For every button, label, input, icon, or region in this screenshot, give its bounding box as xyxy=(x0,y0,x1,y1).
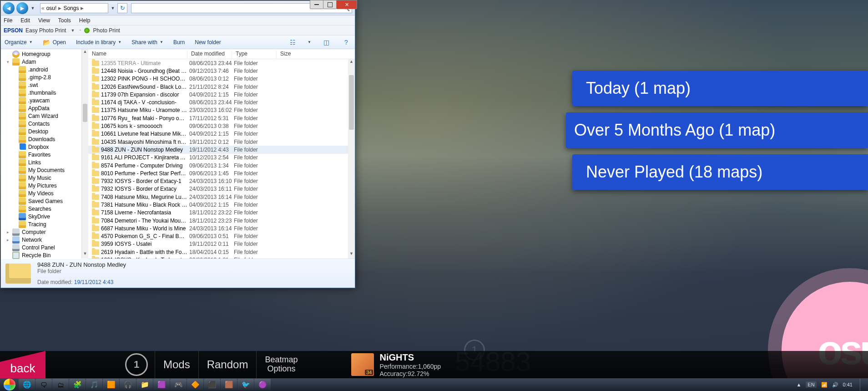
file-row[interactable]: 10435 Masayoshi Minoshima ft nomico ...1… xyxy=(88,138,355,146)
tree-item[interactable]: My Videos xyxy=(1,189,88,197)
show-desktop-button[interactable] xyxy=(860,379,864,391)
file-row[interactable]: 2619 Hyadain - Battle with the Four Fien… xyxy=(88,248,355,256)
tree-item[interactable]: Control Panel xyxy=(1,244,88,251)
file-row[interactable]: 1391 IOSYS - Kanbu de Todomatte Sugu ...… xyxy=(88,256,355,259)
scroll-down-icon[interactable]: ▼ xyxy=(82,251,88,259)
file-row[interactable]: 7932 IOSYS - Border of Extacy-124/03/201… xyxy=(88,177,355,185)
taskbar-item[interactable]: 🧩 xyxy=(69,379,86,391)
scroll-up-icon[interactable]: ▲ xyxy=(82,49,88,56)
beatmap-options-button[interactable]: BeatmapOptions xyxy=(256,351,306,378)
scroll-up-icon[interactable]: ▲ xyxy=(348,59,355,66)
file-row[interactable]: 4570 Pokemon G_S_C - Final Battle09/06/2… xyxy=(88,233,355,240)
taskbar-item[interactable]: 🟧 xyxy=(103,379,119,391)
category-over-5-months[interactable]: Over 5 Months Ago (1 map) xyxy=(566,112,868,148)
tree-item[interactable]: Favorites xyxy=(1,151,88,158)
user-panel[interactable]: 34 NiGHTS Performance:1,060pp Accuracy:9… xyxy=(351,351,441,378)
tree-item[interactable]: Dropbox xyxy=(1,143,88,151)
file-rows[interactable]: 12355 TERRA - Ultimate08/06/2013 23:44Fi… xyxy=(88,59,355,259)
tray-show-hidden[interactable]: ▲ xyxy=(796,382,801,387)
file-row[interactable]: 3959 IOSYS - Usatei19/11/2012 0:11File f… xyxy=(88,240,355,248)
taskbar-item[interactable]: 🗂 xyxy=(52,379,69,391)
taskbar-item[interactable]: 🌐 xyxy=(19,379,35,391)
breadcrumb-seg-songs[interactable]: Songs xyxy=(61,5,81,11)
breadcrumb-seg-osu[interactable]: osu! xyxy=(45,5,59,11)
tree-item[interactable]: Homegroup xyxy=(1,50,88,58)
tree-item[interactable]: ▾Adam xyxy=(1,58,88,66)
file-row[interactable]: 7158 Liverne - Necrofantasia18/11/2012 2… xyxy=(88,209,355,217)
scroll-down-icon[interactable]: ▼ xyxy=(348,251,355,259)
tree-item[interactable]: Desktop xyxy=(1,127,88,135)
new-folder-button[interactable]: New folder xyxy=(195,39,221,46)
tree-item[interactable]: .android xyxy=(1,66,88,73)
file-row[interactable]: 12448 Noisia - Groundhog (Beat Juggle)09… xyxy=(88,67,355,75)
file-row[interactable]: 7932 IOSYS - Border of Extacy24/03/2013 … xyxy=(88,185,355,193)
tree-item[interactable]: Cam Wizard xyxy=(1,112,88,120)
taskbar-item[interactable]: 🐦 xyxy=(237,379,254,391)
menu-help[interactable]: Help xyxy=(79,17,91,24)
tray-network-icon[interactable]: 📶 xyxy=(821,382,828,388)
tree-item[interactable]: ▸Network xyxy=(1,236,88,244)
random-button[interactable]: Random xyxy=(198,351,257,378)
tree-item[interactable]: Searches xyxy=(1,205,88,213)
menu-tools[interactable]: Tools xyxy=(58,17,71,24)
column-name[interactable]: Name xyxy=(88,51,187,59)
minimize-button[interactable] xyxy=(310,0,323,9)
list-scrollbar[interactable]: ▲ ▼ xyxy=(348,59,355,259)
file-row[interactable]: 8574 Perfume - Computer Driving09/06/201… xyxy=(88,162,355,169)
taskbar-item[interactable]: 🟣 xyxy=(254,379,271,391)
view-options-button[interactable]: ☷ xyxy=(288,37,298,47)
file-row[interactable]: 11739 07th Expansion - discolor04/09/201… xyxy=(88,91,355,98)
nav-back-button[interactable]: ◄ xyxy=(3,2,15,14)
epson-easy-photo-print[interactable]: Easy Photo Print xyxy=(25,27,66,34)
tree-item[interactable]: Saved Games xyxy=(1,197,88,205)
share-with-button[interactable]: Share with▼ xyxy=(131,39,163,46)
breadcrumb-dropdown[interactable]: ▼ xyxy=(110,3,116,14)
tree-item[interactable]: .swt xyxy=(1,81,88,89)
menu-view[interactable]: View xyxy=(38,17,50,24)
tree-item[interactable]: Tracing xyxy=(1,220,88,228)
file-row[interactable]: 12026 EastNewSound - Black Lotus21/11/20… xyxy=(88,83,355,91)
open-button[interactable]: 📂Open xyxy=(43,39,66,46)
tree-item[interactable]: Recycle Bin xyxy=(1,251,88,259)
tree-scrollbar[interactable]: ▲ ▼ xyxy=(81,49,88,259)
column-size[interactable]: Size xyxy=(277,51,304,59)
file-row[interactable]: 11674 dj TAKA - V -conclusion-08/06/2013… xyxy=(88,98,355,106)
organize-button[interactable]: Organize▼ xyxy=(5,39,33,46)
file-row[interactable]: 10675 kors k - smooooch09/06/2013 0:38Fi… xyxy=(88,122,355,130)
close-button[interactable] xyxy=(336,0,357,9)
nav-forward-button[interactable]: ► xyxy=(16,2,28,14)
file-row[interactable]: 9161 ALI PROJECT - Kinjirareta Asobi (TV… xyxy=(88,154,355,162)
maximize-button[interactable] xyxy=(323,0,337,9)
tree-item[interactable]: My Documents xyxy=(1,166,88,174)
taskbar-item[interactable]: 🎵 xyxy=(86,379,102,391)
taskbar-item[interactable]: 📁 xyxy=(136,379,153,391)
tree-item[interactable]: Downloads xyxy=(1,135,88,143)
tray-language[interactable]: EN xyxy=(806,381,816,388)
file-row[interactable]: 6687 Hatsune Miku - World is Mine24/03/2… xyxy=(88,224,355,232)
breadcrumb[interactable]: « osu! ▶ Songs ▶ xyxy=(40,3,108,13)
file-row[interactable]: 9488 ZUN - ZUN Nonstop Medley19/11/2012 … xyxy=(88,146,355,153)
file-row[interactable]: 10776 Ryu_ feat Maki - Ponyo on the Clif… xyxy=(88,114,355,122)
scroll-thumb[interactable] xyxy=(349,75,354,130)
menu-edit[interactable]: Edit xyxy=(20,17,30,24)
tree-item[interactable]: .gimp-2.8 xyxy=(1,73,88,81)
file-row[interactable]: 7408 Hatsune Miku, Megurine Luka - Ma...… xyxy=(88,193,355,201)
tree-item[interactable]: AppData xyxy=(1,104,88,112)
column-type[interactable]: Type xyxy=(232,51,277,59)
file-row[interactable]: 10661 Livetune feat Hatsune Miku - Carol… xyxy=(88,130,355,138)
burn-button[interactable]: Burn xyxy=(173,39,185,46)
tree-item[interactable]: .thumbnails xyxy=(1,89,88,96)
include-in-library-button[interactable]: Include in library▼ xyxy=(76,39,121,46)
dropdown-icon[interactable]: ▼ xyxy=(71,28,75,33)
tree-item[interactable]: My Music xyxy=(1,174,88,182)
tree-item[interactable]: My Pictures xyxy=(1,182,88,189)
expand-icon[interactable]: ▾ xyxy=(5,60,10,64)
taskbar-item[interactable]: 🟫 xyxy=(221,379,237,391)
taskbar-item[interactable]: 🟪 xyxy=(153,379,170,391)
taskbar-item[interactable]: 🗨 xyxy=(35,379,52,391)
tree-item[interactable]: SkyDrive xyxy=(1,213,88,220)
file-row[interactable]: 12302 PINK PONG - HI SCHOOL DREAM08/06/2… xyxy=(88,75,355,83)
preview-pane-button[interactable]: ◫ xyxy=(321,37,331,47)
file-row[interactable]: 7381 Hatsune Miku - Black Rock Shooter04… xyxy=(88,201,355,208)
navigation-tree[interactable]: Homegroup▾Adam.android.gimp-2.8.swt.thum… xyxy=(1,49,88,259)
